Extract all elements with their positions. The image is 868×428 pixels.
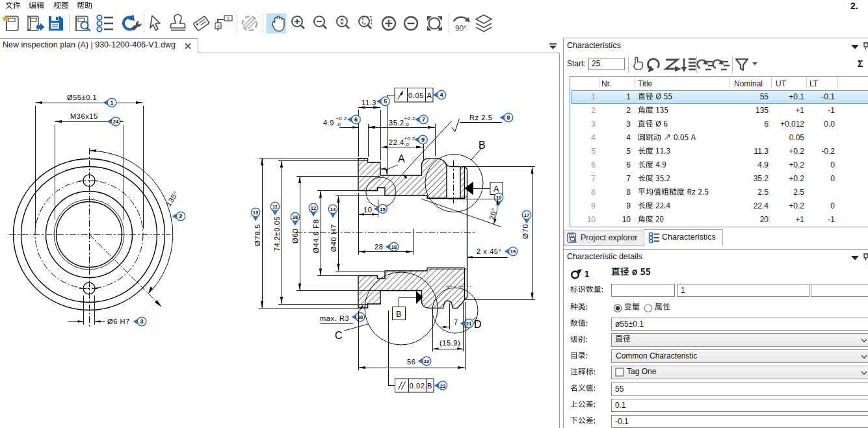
svg-text:2 x 45°: 2 x 45° (477, 247, 502, 255)
svg-text:8: 8 (506, 114, 510, 121)
svg-text:135°: 135° (164, 190, 180, 208)
svg-text:11: 11 (272, 204, 278, 210)
svg-text:A: A (427, 92, 432, 99)
svg-text:Rz 2.5: Rz 2.5 (469, 114, 492, 121)
svg-text:9: 9 (421, 136, 425, 143)
svg-text:35.2: 35.2 (389, 119, 404, 127)
svg-text:Ø70: Ø70 (521, 223, 529, 239)
svg-text:A: A (493, 184, 499, 194)
svg-text:0.02: 0.02 (410, 382, 425, 390)
svg-text:Ø60: Ø60 (291, 228, 299, 244)
svg-text:23: 23 (440, 383, 445, 389)
svg-text:max. R3: max. R3 (320, 314, 349, 322)
svg-text:M36x15: M36x15 (70, 112, 98, 120)
svg-text:C: C (335, 330, 343, 341)
svg-text:7: 7 (422, 116, 425, 123)
svg-text:22.4: 22.4 (389, 138, 404, 146)
svg-text:+0.2: +0.2 (336, 116, 347, 121)
svg-text:-0: -0 (404, 121, 410, 127)
svg-text:B: B (479, 140, 486, 151)
svg-text:56: 56 (407, 358, 415, 366)
svg-text:4.9: 4.9 (323, 119, 334, 127)
svg-text:(15.9): (15.9) (440, 339, 460, 347)
svg-text:90°: 90° (455, 24, 467, 33)
svg-text:+0.2: +0.2 (404, 136, 415, 142)
svg-text:D: D (474, 319, 482, 330)
svg-text:13: 13 (253, 210, 258, 216)
svg-text:22: 22 (424, 359, 429, 364)
svg-text:2: 2 (179, 213, 182, 220)
svg-text:Ø6 H7: Ø6 H7 (107, 318, 130, 325)
svg-text:Ø44.6 F8: Ø44.6 F8 (312, 219, 320, 253)
svg-text:6: 6 (354, 116, 358, 123)
svg-text:15: 15 (380, 207, 385, 212)
svg-text:28: 28 (375, 243, 383, 251)
svg-text:10: 10 (363, 206, 372, 214)
svg-text:B: B (427, 382, 432, 390)
svg-text:B: B (396, 310, 402, 319)
svg-text:14: 14 (330, 207, 336, 212)
svg-text:74.2±0.05: 74.2±0.05 (273, 216, 281, 251)
svg-text:19: 19 (510, 249, 516, 255)
svg-text:16: 16 (293, 214, 298, 220)
svg-text:11.3: 11.3 (362, 99, 376, 107)
svg-text:18: 18 (391, 244, 397, 250)
svg-text:20°: 20° (488, 207, 498, 221)
svg-text:-0: -0 (404, 142, 410, 147)
svg-text:1: 1 (110, 99, 113, 106)
svg-text:10: 10 (496, 195, 501, 201)
svg-text:3: 3 (140, 318, 143, 325)
svg-text:A: A (217, 24, 220, 29)
svg-text:4: 4 (440, 92, 443, 98)
svg-text:0.05: 0.05 (408, 92, 424, 99)
svg-text:24: 24 (113, 119, 119, 125)
svg-text:-0: -0 (336, 121, 341, 127)
svg-text:Ø40 H7: Ø40 H7 (330, 224, 337, 252)
svg-text:Ø55±0.1: Ø55±0.1 (67, 94, 97, 101)
svg-text:21: 21 (466, 321, 471, 327)
svg-text:5: 5 (384, 98, 387, 105)
svg-text:12: 12 (311, 205, 316, 211)
svg-text:17: 17 (524, 212, 529, 218)
svg-text:1: 1 (227, 16, 230, 21)
svg-text:Ø78.5: Ø78.5 (254, 224, 261, 246)
svg-text:A: A (398, 153, 405, 164)
svg-text:7: 7 (454, 318, 458, 326)
svg-text:+0.2: +0.2 (404, 116, 415, 121)
